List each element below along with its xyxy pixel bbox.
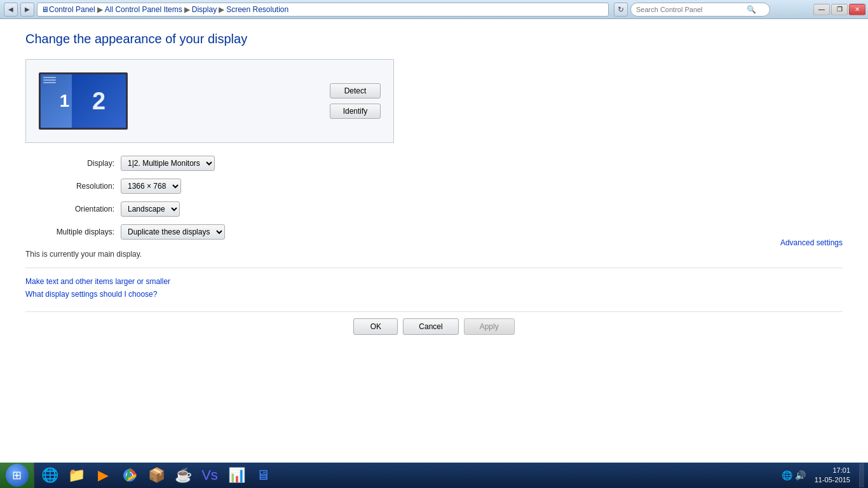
display-preview-box: 1 2 Detect Identify [25, 59, 394, 143]
titlebar: ◀ ▶ 🖥 Control Panel ▶ All Control Panel … [0, 0, 868, 19]
resolution-select[interactable]: 868 × 488 [121, 179, 181, 194]
minimize-button[interactable]: — [813, 4, 830, 15]
display-control[interactable]: 1|2. Multiple Monitors [121, 156, 843, 171]
advanced-settings-link[interactable]: Advanced settings [780, 238, 843, 247]
display-select[interactable]: 1|2. Multiple Monitors [121, 156, 215, 171]
network-icon: 🌐 [782, 470, 792, 480]
show-desktop-button[interactable] [859, 463, 864, 487]
breadcrumb-screen-res[interactable]: Screen Resolution [226, 5, 288, 14]
detect-button[interactable]: Detect [330, 83, 381, 98]
back-button[interactable]: ◀ [4, 3, 18, 17]
clock-date: 11-05-2015 [815, 475, 850, 485]
text-size-link[interactable]: Make text and other items larger or smal… [25, 277, 843, 286]
search-input[interactable] [636, 6, 744, 13]
internet-explorer-icon[interactable]: 🌐 [37, 463, 62, 487]
media-player-icon[interactable]: ▶ [90, 463, 116, 487]
resolution-label: Resolution: [25, 182, 114, 191]
maximize-button[interactable]: ❐ [831, 4, 848, 15]
cancel-button[interactable]: Cancel [403, 318, 458, 335]
bottom-buttons: OK Cancel Apply [25, 311, 843, 335]
taskbar-icons: 🌐 📁 ▶ 📦 ☕ Vs 📊 🖥 [34, 463, 278, 487]
divider [25, 268, 843, 268]
close-button[interactable]: ✕ [849, 4, 865, 15]
start-button[interactable]: ⊞ [0, 463, 34, 488]
titlebar-controls: — ❐ ✕ [813, 4, 865, 15]
virtualbox-icon[interactable]: 📦 [144, 463, 169, 487]
clock-time: 17:01 [815, 466, 850, 475]
teamviewer-icon[interactable]: 🖥 [250, 463, 276, 487]
monitor-2-label: 2 [92, 88, 105, 115]
breadcrumb-allcp[interactable]: All Control Panel Items [105, 5, 182, 14]
taskbar-right: 🌐 🔊 17:01 11-05-2015 [782, 463, 868, 487]
search-icon: 🔍 [747, 5, 756, 14]
monitor-2: 2 [72, 74, 126, 128]
monitor-1: 1 [41, 74, 76, 128]
file-explorer-icon[interactable]: 📁 [64, 463, 89, 487]
orientation-select[interactable]: Landscape [121, 201, 180, 217]
breadcrumb-cp[interactable]: Control Panel [49, 5, 95, 14]
display-label: Display: [25, 159, 114, 168]
apply-button[interactable]: Apply [464, 318, 515, 335]
main-display-text: This is currently your main display. [25, 250, 142, 259]
monitor-1-label: 1 [60, 91, 70, 111]
ok-button[interactable]: OK [353, 318, 398, 335]
breadcrumb[interactable]: 🖥 Control Panel ▶ All Control Panel Item… [37, 3, 609, 17]
settings-grid: Display: 1|2. Multiple Monitors Resoluti… [25, 156, 843, 240]
chrome-icon[interactable] [117, 463, 142, 487]
orientation-control[interactable]: Landscape [121, 201, 843, 217]
multiple-displays-label: Multiple displays: [25, 227, 114, 236]
titlebar-left: ◀ ▶ 🖥 Control Panel ▶ All Control Panel … [0, 3, 813, 17]
display-settings-link[interactable]: What display settings should I choose? [25, 290, 843, 299]
visual-studio-icon[interactable]: Vs [197, 463, 222, 487]
java-icon[interactable]: ☕ [170, 463, 196, 487]
systray-icons: 🌐 🔊 [782, 470, 806, 480]
multiple-displays-control[interactable]: Duplicate these displays [121, 224, 843, 240]
greenshot-icon[interactable]: 📊 [224, 463, 249, 487]
multiple-displays-select[interactable]: Duplicate these displays [121, 224, 225, 240]
monitor-preview: 1 2 [39, 72, 128, 130]
taskbar: ⊞ 🌐 📁 ▶ 📦 ☕ Vs 📊 🖥 🌐 🔊 17:01 11- [0, 463, 868, 488]
orientation-label: Orientation: [25, 205, 114, 214]
breadcrumb-icon: 🖥 [41, 5, 49, 14]
refresh-button[interactable]: ↻ [614, 3, 628, 17]
detect-identify-btns: Detect Identify [330, 83, 381, 119]
breadcrumb-display[interactable]: Display [192, 5, 217, 14]
speaker-icon: 🔊 [795, 470, 806, 480]
main-content: Change the appearance of your display 1 … [0, 19, 868, 463]
identify-button[interactable]: Identify [330, 104, 381, 119]
start-orb: ⊞ [6, 464, 29, 487]
resolution-control[interactable]: 868 × 488 [121, 179, 843, 194]
clock: 17:01 11-05-2015 [810, 466, 855, 485]
page-title: Change the appearance of your display [25, 32, 843, 46]
search-box[interactable]: 🔍 [630, 3, 770, 17]
forward-button[interactable]: ▶ [20, 3, 34, 17]
main-display-row: This is currently your main display. Adv… [25, 250, 843, 259]
